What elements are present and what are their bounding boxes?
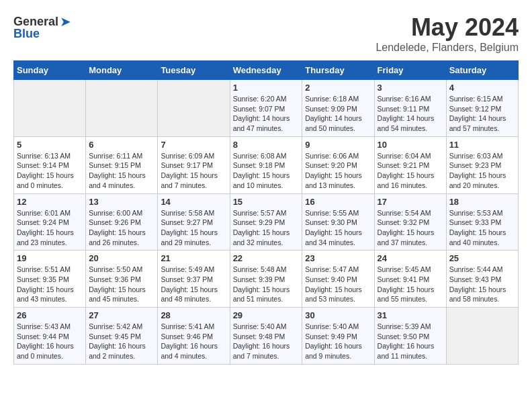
calendar-cell: 19Sunrise: 5:51 AM Sunset: 9:35 PM Dayli… bbox=[14, 250, 86, 308]
day-number: 7 bbox=[161, 140, 226, 150]
day-number: 28 bbox=[161, 310, 226, 320]
day-info: Sunrise: 5:50 AM Sunset: 9:36 PM Dayligh… bbox=[89, 265, 154, 304]
day-info: Sunrise: 6:08 AM Sunset: 9:18 PM Dayligh… bbox=[233, 151, 300, 191]
header-friday: Friday bbox=[374, 61, 446, 80]
day-number: 3 bbox=[378, 83, 443, 93]
day-info: Sunrise: 6:15 AM Sunset: 9:12 PM Dayligh… bbox=[449, 94, 515, 134]
calendar-cell bbox=[158, 80, 230, 137]
day-number: 19 bbox=[17, 253, 83, 263]
day-info: Sunrise: 6:18 AM Sunset: 9:09 PM Dayligh… bbox=[305, 94, 371, 134]
day-info: Sunrise: 6:16 AM Sunset: 9:11 PM Dayligh… bbox=[378, 94, 443, 134]
day-number: 31 bbox=[378, 310, 443, 320]
day-info: Sunrise: 5:53 AM Sunset: 9:33 PM Dayligh… bbox=[449, 208, 515, 248]
header-tuesday: Tuesday bbox=[158, 61, 230, 80]
calendar-cell: 13Sunrise: 6:00 AM Sunset: 9:26 PM Dayli… bbox=[86, 193, 158, 250]
day-number: 30 bbox=[305, 310, 371, 320]
day-number: 12 bbox=[17, 197, 83, 207]
day-number: 11 bbox=[449, 140, 515, 150]
day-number: 9 bbox=[305, 140, 371, 150]
calendar-cell: 2Sunrise: 6:18 AM Sunset: 9:09 PM Daylig… bbox=[302, 80, 374, 137]
calendar-cell: 30Sunrise: 5:40 AM Sunset: 9:49 PM Dayli… bbox=[302, 308, 374, 365]
day-info: Sunrise: 5:40 AM Sunset: 9:48 PM Dayligh… bbox=[233, 322, 300, 361]
day-number: 23 bbox=[305, 253, 371, 263]
calendar-cell: 31Sunrise: 5:39 AM Sunset: 9:50 PM Dayli… bbox=[374, 308, 446, 365]
calendar-cell: 15Sunrise: 5:57 AM Sunset: 9:29 PM Dayli… bbox=[230, 193, 302, 250]
calendar-cell: 22Sunrise: 5:48 AM Sunset: 9:39 PM Dayli… bbox=[230, 250, 302, 308]
calendar-week-4: 19Sunrise: 5:51 AM Sunset: 9:35 PM Dayli… bbox=[14, 250, 519, 308]
day-info: Sunrise: 6:04 AM Sunset: 9:21 PM Dayligh… bbox=[378, 151, 443, 191]
day-number: 13 bbox=[89, 197, 154, 207]
calendar-cell: 11Sunrise: 6:03 AM Sunset: 9:23 PM Dayli… bbox=[446, 136, 518, 193]
calendar-week-5: 26Sunrise: 5:43 AM Sunset: 9:44 PM Dayli… bbox=[14, 308, 519, 365]
day-number: 16 bbox=[305, 197, 371, 207]
calendar-cell: 24Sunrise: 5:45 AM Sunset: 9:41 PM Dayli… bbox=[374, 250, 446, 308]
day-number: 14 bbox=[161, 197, 226, 207]
day-number: 25 bbox=[449, 253, 515, 263]
calendar-cell: 27Sunrise: 5:42 AM Sunset: 9:45 PM Dayli… bbox=[86, 308, 158, 365]
day-number: 24 bbox=[378, 253, 443, 263]
day-number: 18 bbox=[449, 197, 515, 207]
calendar-cell: 6Sunrise: 6:11 AM Sunset: 9:15 PM Daylig… bbox=[86, 136, 158, 193]
calendar-cell: 23Sunrise: 5:47 AM Sunset: 9:40 PM Dayli… bbox=[302, 250, 374, 308]
calendar-cell: 3Sunrise: 6:16 AM Sunset: 9:11 PM Daylig… bbox=[374, 80, 446, 137]
calendar-cell: 25Sunrise: 5:44 AM Sunset: 9:43 PM Dayli… bbox=[446, 250, 518, 308]
day-number: 2 bbox=[305, 83, 371, 93]
logo-blue: Blue bbox=[13, 27, 40, 41]
calendar-week-3: 12Sunrise: 6:01 AM Sunset: 9:24 PM Dayli… bbox=[14, 193, 519, 250]
day-info: Sunrise: 5:47 AM Sunset: 9:40 PM Dayligh… bbox=[305, 265, 371, 304]
day-info: Sunrise: 5:40 AM Sunset: 9:49 PM Dayligh… bbox=[305, 322, 371, 361]
day-info: Sunrise: 6:00 AM Sunset: 9:26 PM Dayligh… bbox=[89, 208, 154, 248]
logo: General ➤ Blue bbox=[13, 13, 71, 41]
calendar-cell: 20Sunrise: 5:50 AM Sunset: 9:36 PM Dayli… bbox=[86, 250, 158, 308]
day-info: Sunrise: 6:20 AM Sunset: 9:07 PM Dayligh… bbox=[233, 94, 300, 134]
calendar-cell bbox=[14, 80, 86, 137]
header-wednesday: Wednesday bbox=[230, 61, 302, 80]
day-number: 8 bbox=[233, 140, 300, 150]
day-info: Sunrise: 6:13 AM Sunset: 9:14 PM Dayligh… bbox=[17, 151, 83, 191]
logo-bird-icon: ➤ bbox=[60, 13, 71, 30]
day-number: 5 bbox=[17, 140, 83, 150]
day-number: 10 bbox=[378, 140, 443, 150]
day-number: 21 bbox=[161, 253, 226, 263]
calendar-cell: 5Sunrise: 6:13 AM Sunset: 9:14 PM Daylig… bbox=[14, 136, 86, 193]
header-monday: Monday bbox=[86, 61, 158, 80]
header-saturday: Saturday bbox=[446, 61, 518, 80]
calendar-cell: 9Sunrise: 6:06 AM Sunset: 9:20 PM Daylig… bbox=[302, 136, 374, 193]
calendar-week-2: 5Sunrise: 6:13 AM Sunset: 9:14 PM Daylig… bbox=[14, 136, 519, 193]
day-info: Sunrise: 5:55 AM Sunset: 9:30 PM Dayligh… bbox=[305, 208, 371, 248]
day-number: 4 bbox=[449, 83, 515, 93]
day-number: 26 bbox=[17, 310, 83, 320]
header-row: SundayMondayTuesdayWednesdayThursdayFrid… bbox=[14, 61, 519, 80]
header-sunday: Sunday bbox=[14, 61, 86, 80]
calendar-cell: 14Sunrise: 5:58 AM Sunset: 9:27 PM Dayli… bbox=[158, 193, 230, 250]
month-title: May 2024 bbox=[375, 13, 519, 42]
day-info: Sunrise: 5:48 AM Sunset: 9:39 PM Dayligh… bbox=[233, 265, 300, 304]
day-number: 22 bbox=[233, 253, 300, 263]
calendar-cell: 1Sunrise: 6:20 AM Sunset: 9:07 PM Daylig… bbox=[230, 80, 302, 137]
calendar-cell bbox=[446, 308, 518, 365]
day-info: Sunrise: 5:43 AM Sunset: 9:44 PM Dayligh… bbox=[17, 322, 83, 361]
day-info: Sunrise: 6:09 AM Sunset: 9:17 PM Dayligh… bbox=[161, 151, 226, 191]
calendar-cell bbox=[86, 80, 158, 137]
day-number: 27 bbox=[89, 310, 154, 320]
day-number: 15 bbox=[233, 197, 300, 207]
day-number: 20 bbox=[89, 253, 154, 263]
day-info: Sunrise: 5:42 AM Sunset: 9:45 PM Dayligh… bbox=[89, 322, 154, 361]
location-title: Lendelede, Flanders, Belgium bbox=[375, 42, 519, 54]
header-thursday: Thursday bbox=[302, 61, 374, 80]
day-number: 1 bbox=[233, 83, 300, 93]
calendar-cell: 12Sunrise: 6:01 AM Sunset: 9:24 PM Dayli… bbox=[14, 193, 86, 250]
day-info: Sunrise: 5:49 AM Sunset: 9:37 PM Dayligh… bbox=[161, 265, 226, 304]
day-info: Sunrise: 6:11 AM Sunset: 9:15 PM Dayligh… bbox=[89, 151, 154, 191]
calendar-cell: 26Sunrise: 5:43 AM Sunset: 9:44 PM Dayli… bbox=[14, 308, 86, 365]
day-info: Sunrise: 5:54 AM Sunset: 9:32 PM Dayligh… bbox=[378, 208, 443, 248]
calendar-cell: 4Sunrise: 6:15 AM Sunset: 9:12 PM Daylig… bbox=[446, 80, 518, 137]
day-info: Sunrise: 5:44 AM Sunset: 9:43 PM Dayligh… bbox=[449, 265, 515, 304]
calendar-cell: 29Sunrise: 5:40 AM Sunset: 9:48 PM Dayli… bbox=[230, 308, 302, 365]
day-info: Sunrise: 6:01 AM Sunset: 9:24 PM Dayligh… bbox=[17, 208, 83, 248]
day-info: Sunrise: 5:57 AM Sunset: 9:29 PM Dayligh… bbox=[233, 208, 300, 248]
calendar-cell: 7Sunrise: 6:09 AM Sunset: 9:17 PM Daylig… bbox=[158, 136, 230, 193]
day-number: 17 bbox=[378, 197, 443, 207]
calendar-cell: 18Sunrise: 5:53 AM Sunset: 9:33 PM Dayli… bbox=[446, 193, 518, 250]
calendar-cell: 28Sunrise: 5:41 AM Sunset: 9:46 PM Dayli… bbox=[158, 308, 230, 365]
